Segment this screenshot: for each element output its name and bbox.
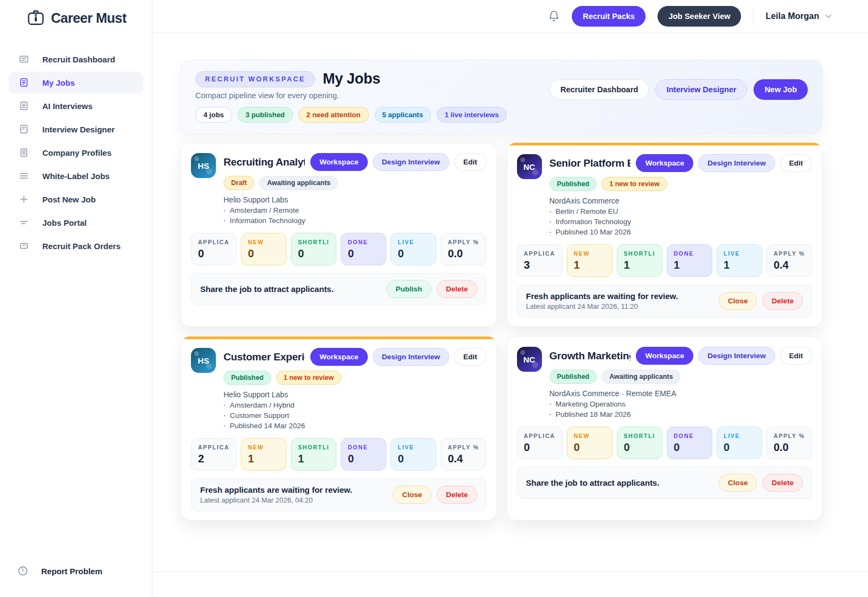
meta-line: Published 18 Mar 2026 — [550, 410, 813, 418]
delete-button[interactable]: Delete — [437, 486, 477, 504]
workspace-eyebrow-badge: RECRUIT WORKSPACE — [195, 71, 315, 87]
company-name: NordAxis Commerce — [550, 196, 813, 205]
close-button[interactable]: Close — [719, 292, 757, 310]
sidebar-item-white-label-jobs[interactable]: White-Label Jobs — [9, 165, 143, 187]
status-badge-published: Published — [224, 371, 271, 385]
pipeline-stats: APPLICANTS 0 NEW 0 SHORTLIST 0 DONE 0 LI… — [517, 427, 813, 459]
stat-label: APPLY % — [448, 239, 479, 245]
stat-done: DONE 0 — [341, 438, 386, 471]
job-card: HS Customer Experience O... WorkspaceDes… — [181, 336, 497, 520]
stat-label: DONE — [348, 444, 379, 450]
stat-value: 0 — [398, 453, 429, 465]
footer-message: Share the job to attract applicants. — [200, 284, 334, 294]
recruiter-dashboard-button[interactable]: Recruiter Dashboard — [550, 79, 649, 100]
stat-shortlist: SHORTLIST 0 — [617, 427, 662, 459]
stat-label: DONE — [348, 239, 379, 245]
sidebar-item-label: Interview Designer — [42, 125, 114, 134]
design-interview-button[interactable]: Design Interview — [698, 154, 775, 172]
company-profiles-icon — [18, 147, 29, 158]
content: RECRUIT WORKSPACE My Jobs Compact pipeli… — [152, 33, 868, 571]
stat-value: 0 — [524, 441, 556, 454]
recruit-packs-button[interactable]: Recruit Packs — [572, 6, 646, 27]
edit-button[interactable]: Edit — [454, 153, 487, 171]
delete-button[interactable]: Delete — [437, 280, 477, 298]
company-name: NordAxis Commerce · Remote EMEA — [550, 389, 813, 398]
job-seeker-view-button[interactable]: Job Seeker View — [658, 6, 741, 27]
page-subtitle: Compact pipeline view for every opening. — [195, 91, 507, 100]
stat-label: LIVE — [398, 444, 429, 450]
footer-buttons: PublishDelete — [386, 280, 477, 298]
stat-value: 0.4 — [774, 259, 805, 271]
sidebar-item-recruit-dashboard[interactable]: Recruit Dashboard — [9, 48, 143, 70]
edit-button[interactable]: Edit — [780, 154, 813, 172]
stat-label: SHORTLIST — [298, 444, 329, 450]
stat-value: 0 — [398, 247, 429, 260]
workspace-button[interactable]: Workspace — [310, 153, 368, 171]
stat-label: NEW — [574, 433, 605, 439]
summary-badge-4-jobs: 4 jobs — [195, 107, 232, 123]
footer-subtext: Latest applicant 24 Mar 2026, 11:20 — [526, 302, 678, 310]
job-card-actions: WorkspaceDesign InterviewEdit — [310, 348, 487, 366]
sidebar-item-company-profiles[interactable]: Company Profiles — [9, 142, 143, 163]
stat-label: DONE — [674, 250, 705, 257]
workspace-button[interactable]: Workspace — [636, 154, 693, 172]
user-menu[interactable]: Leila Morgan — [765, 11, 833, 21]
design-interview-button[interactable]: Design Interview — [373, 153, 449, 171]
user-name: Leila Morgan — [765, 11, 819, 21]
interview-designer-icon — [18, 124, 29, 135]
job-title: Senior Platform Enginee... — [550, 157, 631, 169]
sidebar-item-my-jobs[interactable]: My Jobs — [9, 72, 143, 93]
stat-done: DONE 1 — [667, 244, 712, 277]
edit-button[interactable]: Edit — [780, 347, 813, 365]
stat-value: 0.0 — [448, 247, 479, 260]
pipeline-stats: APPLICANTS 3 NEW 1 SHORTLIST 1 DONE 1 LI… — [517, 244, 813, 277]
delete-button[interactable]: Delete — [762, 474, 803, 492]
delete-button[interactable]: Delete — [762, 292, 803, 310]
sidebar-item-jobs-portal[interactable]: Jobs Portal — [9, 212, 143, 233]
design-interview-button[interactable]: Design Interview — [373, 348, 449, 366]
cards-grid: HS Recruiting Analytics Sp... WorkspaceD… — [181, 143, 822, 520]
sidebar-item-recruit-pack-orders[interactable]: Recruit Pack Orders — [9, 235, 143, 257]
design-interview-button[interactable]: Design Interview — [698, 347, 775, 365]
stat-label: APPLY % — [448, 444, 479, 450]
close-button[interactable]: Close — [393, 486, 431, 504]
status-badge-published: Published — [550, 177, 597, 191]
stat-label: SHORTLIST — [298, 239, 329, 245]
summary-badge-3-published: 3 published — [238, 107, 293, 123]
sidebar-item-label: White-Label Jobs — [42, 172, 110, 181]
job-title: Growth Marketing Mana... — [550, 350, 631, 362]
status-badge-1-new-to-review: 1 new to review — [602, 177, 667, 191]
new-job-button[interactable]: New Job — [754, 79, 808, 100]
hero-panel: RECRUIT WORKSPACE My Jobs Compact pipeli… — [181, 60, 822, 134]
status-badge-awaiting-applicants: Awaiting applicants — [259, 176, 338, 190]
job-meta: Marketing OperationsPublished 18 Mar 202… — [550, 400, 813, 418]
stat-value: 0 — [198, 247, 229, 260]
stat-new: NEW 1 — [241, 438, 286, 471]
status-badge-1-new-to-review: 1 new to review — [276, 371, 341, 385]
brand-logo[interactable]: Career Must — [0, 0, 152, 33]
close-button[interactable]: Close — [719, 474, 757, 492]
edit-button[interactable]: Edit — [454, 348, 487, 366]
workspace-button[interactable]: Workspace — [310, 348, 368, 366]
interview-designer-button[interactable]: Interview Designer — [655, 79, 747, 100]
stat-label: APPLY % — [774, 250, 805, 257]
main-area: Recruit Packs Job Seeker View Leila Morg… — [152, 0, 868, 597]
stat-value: 0 — [298, 247, 329, 260]
sidebar-item-label: AI Interviews — [42, 101, 93, 111]
sidebar-item-interview-designer[interactable]: Interview Designer — [9, 118, 143, 140]
workspace-button[interactable]: Workspace — [636, 347, 693, 365]
stat-value: 0 — [348, 453, 379, 465]
stat-applicants: APPLICANTS 3 — [517, 244, 563, 277]
sidebar-item-ai-interviews[interactable]: AI Interviews — [9, 95, 143, 117]
stat-value: 0.4 — [448, 453, 479, 465]
notifications-bell-icon[interactable] — [548, 10, 560, 22]
meta-line: Customer Support — [224, 411, 487, 420]
sidebar-item-post-new-job[interactable]: Post New Job — [9, 188, 143, 210]
report-problem-button[interactable]: Report Problem — [17, 566, 103, 576]
job-card-footer: Fresh applicants are waiting for review.… — [191, 478, 487, 511]
publish-button[interactable]: Publish — [386, 280, 431, 298]
sidebar: Career Must Recruit Dashboard My Jobs AI… — [0, 0, 152, 597]
stat-label: NEW — [248, 444, 279, 450]
job-meta: Berlin / Remote EUInformation Technology… — [550, 207, 813, 236]
stat-done: DONE 0 — [341, 233, 386, 265]
